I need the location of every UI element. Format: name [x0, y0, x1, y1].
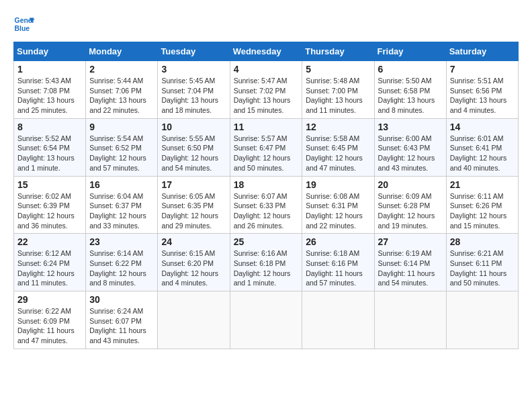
- day-info: Sunrise: 6:08 AM Sunset: 6:31 PM Dayligh…: [306, 191, 370, 231]
- day-number: 10: [161, 122, 226, 132]
- calendar-cell: 25 Sunrise: 6:16 AM Sunset: 6:18 PM Dayl…: [230, 234, 302, 291]
- calendar-cell: 14 Sunrise: 6:01 AM Sunset: 6:41 PM Dayl…: [446, 118, 518, 176]
- day-info: Sunrise: 5:44 AM Sunset: 7:06 PM Dayligh…: [89, 76, 154, 116]
- calendar-cell: 3 Sunrise: 5:45 AM Sunset: 7:04 PM Dayli…: [158, 61, 230, 119]
- logo-icon: General Blue: [13, 13, 35, 35]
- day-number: 8: [17, 122, 82, 132]
- calendar-cell: 16 Sunrise: 6:04 AM Sunset: 6:37 PM Dayl…: [86, 176, 158, 234]
- calendar-cell: 30 Sunrise: 6:24 AM Sunset: 6:07 PM Dayl…: [86, 291, 158, 349]
- weekday-header-saturday: Saturday: [446, 42, 518, 61]
- calendar-cell: 21 Sunrise: 6:11 AM Sunset: 6:26 PM Dayl…: [446, 176, 518, 234]
- calendar-cell: 23 Sunrise: 6:14 AM Sunset: 6:22 PM Dayl…: [86, 234, 158, 291]
- day-number: 21: [450, 179, 515, 190]
- day-number: 18: [234, 179, 299, 190]
- calendar-cell: [230, 291, 302, 349]
- calendar-cell: 22 Sunrise: 6:12 AM Sunset: 6:24 PM Dayl…: [14, 234, 86, 291]
- day-info: Sunrise: 6:00 AM Sunset: 6:43 PM Dayligh…: [378, 134, 443, 173]
- calendar-cell: 26 Sunrise: 6:18 AM Sunset: 6:16 PM Dayl…: [302, 234, 374, 291]
- day-info: Sunrise: 6:19 AM Sunset: 6:14 PM Dayligh…: [378, 248, 443, 288]
- day-number: 7: [450, 64, 515, 75]
- day-number: 29: [17, 294, 82, 305]
- day-number: 20: [378, 179, 443, 190]
- day-number: 12: [306, 122, 370, 132]
- calendar-cell: 11 Sunrise: 5:57 AM Sunset: 6:47 PM Dayl…: [230, 118, 302, 176]
- day-number: 16: [89, 179, 154, 190]
- weekday-header-sunday: Sunday: [14, 42, 86, 61]
- calendar-cell: 6 Sunrise: 5:50 AM Sunset: 6:58 PM Dayli…: [374, 61, 446, 119]
- day-info: Sunrise: 6:22 AM Sunset: 6:09 PM Dayligh…: [17, 306, 82, 346]
- day-info: Sunrise: 6:01 AM Sunset: 6:41 PM Dayligh…: [450, 134, 515, 173]
- day-info: Sunrise: 5:47 AM Sunset: 7:02 PM Dayligh…: [234, 76, 299, 116]
- day-info: Sunrise: 5:54 AM Sunset: 6:52 PM Dayligh…: [89, 134, 154, 173]
- day-info: Sunrise: 6:14 AM Sunset: 6:22 PM Dayligh…: [89, 248, 154, 288]
- day-number: 11: [234, 122, 299, 132]
- calendar-cell: 9 Sunrise: 5:54 AM Sunset: 6:52 PM Dayli…: [86, 118, 158, 176]
- day-number: 4: [234, 64, 299, 75]
- day-info: Sunrise: 5:43 AM Sunset: 7:08 PM Dayligh…: [17, 76, 82, 116]
- day-number: 19: [306, 179, 370, 190]
- calendar-cell: 24 Sunrise: 6:15 AM Sunset: 6:20 PM Dayl…: [158, 234, 230, 291]
- day-number: 2: [89, 64, 154, 75]
- calendar-cell: 10 Sunrise: 5:55 AM Sunset: 6:50 PM Dayl…: [158, 118, 230, 176]
- calendar-cell: 28 Sunrise: 6:21 AM Sunset: 6:11 PM Dayl…: [446, 234, 518, 291]
- calendar-table: SundayMondayTuesdayWednesdayThursdayFrid…: [13, 42, 519, 349]
- calendar-cell: 8 Sunrise: 5:52 AM Sunset: 6:54 PM Dayli…: [14, 118, 86, 176]
- day-info: Sunrise: 6:12 AM Sunset: 6:24 PM Dayligh…: [17, 248, 82, 288]
- day-number: 9: [89, 122, 154, 132]
- calendar-cell: [374, 291, 446, 349]
- day-info: Sunrise: 5:57 AM Sunset: 6:47 PM Dayligh…: [234, 134, 299, 173]
- day-info: Sunrise: 5:55 AM Sunset: 6:50 PM Dayligh…: [161, 134, 226, 173]
- day-number: 17: [161, 179, 226, 190]
- day-number: 22: [17, 236, 82, 247]
- day-number: 1: [17, 64, 82, 75]
- day-info: Sunrise: 6:24 AM Sunset: 6:07 PM Dayligh…: [89, 306, 154, 346]
- day-number: 30: [89, 294, 154, 305]
- day-number: 3: [161, 64, 226, 75]
- day-info: Sunrise: 6:07 AM Sunset: 6:33 PM Dayligh…: [234, 191, 299, 231]
- weekday-header-tuesday: Tuesday: [158, 42, 230, 61]
- day-number: 25: [234, 236, 299, 247]
- day-info: Sunrise: 6:09 AM Sunset: 6:28 PM Dayligh…: [378, 191, 443, 231]
- page-header: General Blue: [13, 13, 519, 35]
- logo: General Blue: [13, 13, 38, 35]
- day-number: 24: [161, 236, 226, 247]
- calendar-cell: 29 Sunrise: 6:22 AM Sunset: 6:09 PM Dayl…: [14, 291, 86, 349]
- day-info: Sunrise: 5:45 AM Sunset: 7:04 PM Dayligh…: [161, 76, 226, 116]
- day-number: 27: [378, 236, 443, 247]
- day-number: 5: [306, 64, 370, 75]
- calendar-cell: [302, 291, 374, 349]
- svg-text:Blue: Blue: [15, 25, 30, 32]
- weekday-header-friday: Friday: [374, 42, 446, 61]
- day-info: Sunrise: 6:11 AM Sunset: 6:26 PM Dayligh…: [450, 191, 515, 231]
- day-info: Sunrise: 5:51 AM Sunset: 6:56 PM Dayligh…: [450, 76, 515, 116]
- weekday-header-wednesday: Wednesday: [230, 42, 302, 61]
- calendar-cell: 2 Sunrise: 5:44 AM Sunset: 7:06 PM Dayli…: [86, 61, 158, 119]
- calendar-cell: 1 Sunrise: 5:43 AM Sunset: 7:08 PM Dayli…: [14, 61, 86, 119]
- day-number: 23: [89, 236, 154, 247]
- day-info: Sunrise: 6:04 AM Sunset: 6:37 PM Dayligh…: [89, 191, 154, 231]
- calendar-cell: 27 Sunrise: 6:19 AM Sunset: 6:14 PM Dayl…: [374, 234, 446, 291]
- calendar-cell: 12 Sunrise: 5:58 AM Sunset: 6:45 PM Dayl…: [302, 118, 374, 176]
- day-info: Sunrise: 6:02 AM Sunset: 6:39 PM Dayligh…: [17, 191, 82, 231]
- day-number: 26: [306, 236, 370, 247]
- day-info: Sunrise: 5:50 AM Sunset: 6:58 PM Dayligh…: [378, 76, 443, 116]
- calendar-cell: 20 Sunrise: 6:09 AM Sunset: 6:28 PM Dayl…: [374, 176, 446, 234]
- day-number: 13: [378, 122, 443, 132]
- calendar-cell: 13 Sunrise: 6:00 AM Sunset: 6:43 PM Dayl…: [374, 118, 446, 176]
- day-info: Sunrise: 5:58 AM Sunset: 6:45 PM Dayligh…: [306, 134, 370, 173]
- weekday-header-monday: Monday: [86, 42, 158, 61]
- calendar-cell: 7 Sunrise: 5:51 AM Sunset: 6:56 PM Dayli…: [446, 61, 518, 119]
- day-number: 6: [378, 64, 443, 75]
- day-number: 28: [450, 236, 515, 247]
- calendar-cell: [446, 291, 518, 349]
- day-info: Sunrise: 6:05 AM Sunset: 6:35 PM Dayligh…: [161, 191, 226, 231]
- day-info: Sunrise: 5:48 AM Sunset: 7:00 PM Dayligh…: [306, 76, 370, 116]
- calendar-cell: 19 Sunrise: 6:08 AM Sunset: 6:31 PM Dayl…: [302, 176, 374, 234]
- calendar-cell: 4 Sunrise: 5:47 AM Sunset: 7:02 PM Dayli…: [230, 61, 302, 119]
- calendar-cell: 15 Sunrise: 6:02 AM Sunset: 6:39 PM Dayl…: [14, 176, 86, 234]
- day-number: 14: [450, 122, 515, 132]
- day-info: Sunrise: 6:16 AM Sunset: 6:18 PM Dayligh…: [234, 248, 299, 288]
- day-info: Sunrise: 6:18 AM Sunset: 6:16 PM Dayligh…: [306, 248, 370, 288]
- calendar-cell: 5 Sunrise: 5:48 AM Sunset: 7:00 PM Dayli…: [302, 61, 374, 119]
- calendar-cell: 18 Sunrise: 6:07 AM Sunset: 6:33 PM Dayl…: [230, 176, 302, 234]
